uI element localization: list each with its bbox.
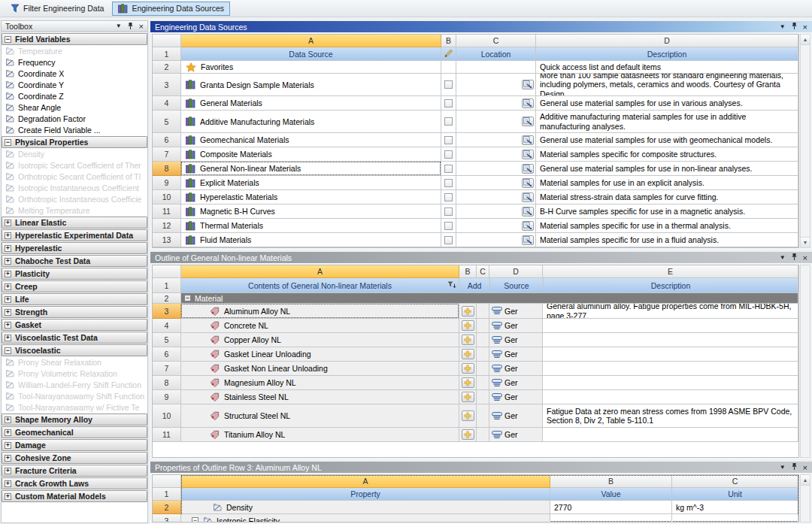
source-cell[interactable]: Ger	[489, 428, 543, 442]
checkbox[interactable]	[444, 136, 453, 144]
source-cell[interactable]: Ger	[489, 362, 543, 376]
source-cell[interactable]: Ger	[489, 404, 543, 428]
description-cell[interactable]: General use material samples for use in …	[536, 162, 798, 176]
checkbox-cell[interactable]	[441, 61, 456, 74]
c-cell[interactable]	[477, 390, 489, 404]
property-row[interactable]: 2Density2770kg m^-3	[153, 501, 798, 514]
data-source-row[interactable]: 7Composite MaterialsMaterial samples spe…	[153, 147, 798, 162]
toolbox-section-cohesive-zone[interactable]: +Cohesive Zone	[2, 452, 147, 464]
funnel-sort-icon[interactable]	[447, 281, 456, 289]
source-cell[interactable]: Ger	[489, 347, 543, 362]
add-material-button[interactable]	[462, 320, 474, 331]
checkbox-cell[interactable]	[441, 233, 456, 247]
toolbox-item-create-field-variable-[interactable]: Create Field Variable ...	[2, 124, 147, 135]
data-source-name-cell[interactable]: Fluid Materials	[181, 233, 441, 247]
source-cell[interactable]: Ger	[489, 390, 543, 404]
data-source-row[interactable]: 13Fluid MaterialsMaterial samples specif…	[153, 233, 798, 247]
toolbox-section-geomechanical[interactable]: +Geomechanical	[2, 426, 147, 438]
checkbox[interactable]	[444, 117, 453, 126]
row-number[interactable]: 10	[153, 190, 181, 204]
add-material-button[interactable]	[462, 306, 474, 317]
source-cell[interactable]: Ger	[489, 319, 543, 333]
data-source-row[interactable]: 3Granta Design Sample MaterialsMore than…	[153, 74, 798, 96]
description-cell[interactable]	[543, 319, 798, 333]
row-number[interactable]: 6	[153, 133, 181, 147]
add-material-button[interactable]	[462, 349, 474, 359]
expand-icon[interactable]: +	[5, 258, 11, 265]
data-source-name-cell[interactable]: Additive Manufacturing Materials	[181, 111, 441, 133]
toolbox-section-fracture-criteria[interactable]: +Fracture Criteria	[2, 465, 147, 477]
row-number[interactable]: 5	[153, 333, 181, 347]
location-cell[interactable]	[456, 96, 536, 111]
add-material-button[interactable]	[462, 429, 474, 440]
location-cell[interactable]	[456, 233, 536, 247]
toolbox-section-plasticity[interactable]: +Plasticity	[2, 268, 147, 280]
row-number[interactable]: 1	[153, 278, 181, 293]
filter-engineering-data-button[interactable]: Filter Engineering Data	[5, 2, 110, 16]
location-cell[interactable]	[456, 162, 536, 176]
toolbox-section-gasket[interactable]: +Gasket	[2, 319, 147, 331]
row-number[interactable]: 2	[153, 293, 181, 304]
expand-icon[interactable]: +	[5, 220, 11, 226]
column-letter-c[interactable]: C	[672, 475, 798, 488]
unit-cell[interactable]: kg m^-3	[672, 501, 798, 514]
toolbox-item-coordinate-z[interactable]: Coordinate Z	[2, 90, 147, 101]
checkbox-cell[interactable]	[441, 96, 456, 111]
location-cell[interactable]	[456, 74, 536, 96]
browse-location-button[interactable]	[522, 117, 534, 126]
add-cell[interactable]	[459, 347, 477, 362]
data-source-name-cell[interactable]: Hyperelastic Materials	[181, 190, 441, 204]
description-cell[interactable]	[543, 376, 798, 390]
data-source-name-cell[interactable]: Magnetic B-H Curves	[181, 204, 441, 219]
data-source-row[interactable]: 10Hyperelastic MaterialsMaterial stress-…	[153, 190, 798, 204]
browse-location-button[interactable]	[522, 98, 534, 108]
expand-icon[interactable]: +	[5, 309, 11, 316]
add-material-button[interactable]	[462, 335, 474, 345]
row-number[interactable]: 9	[153, 390, 181, 404]
material-name-cell[interactable]: Copper Alloy NL	[181, 333, 459, 347]
row-number[interactable]: 12	[153, 219, 181, 233]
row-number[interactable]: 1	[153, 47, 181, 61]
collapse-icon[interactable]: −	[192, 517, 198, 522]
row-number[interactable]: 5	[153, 111, 181, 133]
add-cell[interactable]	[459, 333, 477, 347]
add-material-button[interactable]	[462, 363, 474, 374]
unit-cell[interactable]	[672, 514, 798, 522]
expand-icon[interactable]: +	[5, 296, 11, 303]
properties-scrollbar[interactable]: ▲	[800, 474, 810, 522]
browse-location-button[interactable]	[522, 80, 534, 89]
toolbox-section-chaboche-test-data[interactable]: +Chaboche Test Data	[2, 255, 147, 267]
property-name-cell[interactable]: Density	[181, 501, 550, 514]
row-number[interactable]: 1	[153, 488, 181, 501]
column-letter-b[interactable]: B	[459, 265, 477, 278]
expand-icon[interactable]: +	[5, 493, 11, 500]
row-number[interactable]: 8	[153, 162, 181, 176]
row-number[interactable]: 7	[153, 147, 181, 162]
column-letter-e[interactable]: E	[543, 265, 798, 278]
browse-location-button[interactable]	[522, 192, 534, 202]
data-source-name-cell[interactable]: General Materials	[181, 96, 441, 111]
data-source-row[interactable]: 5Additive Manufacturing MaterialsAdditiv…	[153, 111, 798, 133]
checkbox-cell[interactable]	[441, 162, 456, 176]
material-name-cell[interactable]: Gasket Non Linear Unloading	[181, 362, 459, 376]
row-number[interactable]: 11	[153, 428, 181, 442]
add-cell[interactable]	[459, 319, 477, 333]
c-cell[interactable]	[477, 347, 489, 362]
description-cell[interactable]	[543, 362, 798, 376]
row-number[interactable]: 9	[153, 176, 181, 190]
close-icon[interactable]: ×	[803, 23, 807, 31]
expand-icon[interactable]: +	[5, 416, 11, 423]
source-cell[interactable]: Ger	[489, 304, 543, 319]
browse-location-button[interactable]	[522, 207, 534, 217]
column-letter-a[interactable]: A	[181, 475, 550, 488]
material-name-cell[interactable]: Concrete NL	[181, 319, 459, 333]
pin-icon[interactable]	[791, 462, 798, 472]
material-row[interactable]: 4Concrete NLGer	[153, 319, 798, 333]
expand-icon[interactable]: +	[5, 429, 11, 436]
toolbox-section-field-variables[interactable]: −Field Variables	[2, 33, 147, 45]
toolbox-section-life[interactable]: +Life	[2, 293, 147, 305]
row-number[interactable]: 7	[153, 362, 181, 376]
description-cell[interactable]: Fatigue Data at zero mean stress comes f…	[543, 404, 798, 428]
c-cell[interactable]	[477, 404, 489, 428]
toolbox-item-coordinate-x[interactable]: Coordinate X	[2, 68, 147, 79]
